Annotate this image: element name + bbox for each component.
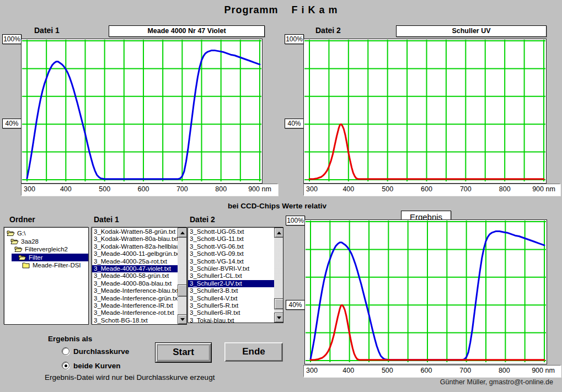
open-folder-icon [14, 246, 23, 253]
ordner-label: Ordner [9, 215, 35, 224]
list-item[interactable]: 3_Meade-4000-80a-blau.txt [92, 280, 178, 287]
ergebnis-radio-group: Durchlasskurvebeide Kurven [62, 344, 129, 373]
list-item[interactable]: 3_Schuller3-B.txt [188, 287, 274, 294]
list-item[interactable]: 3_Meade-Interference-rot.txt [92, 309, 178, 316]
x-tick-label: 400 [60, 185, 72, 193]
arrow-down-icon [180, 318, 185, 321]
datei1-y-label-40: 40% [2, 119, 22, 128]
list-item[interactable]: 3_Kodak-Wratten-80a-blau.txt [92, 235, 178, 243]
radio-option-durchlasskurve[interactable]: Durchlasskurve [62, 344, 129, 358]
x-tick-label: 800 [215, 185, 227, 193]
radio-selected-icon[interactable] [62, 362, 69, 369]
tree-item-label: 3aa28 [21, 238, 41, 246]
list-item[interactable]: 3_Meade-4000-11-gelbgrün.txt [92, 250, 178, 257]
list-item[interactable]: 3_Schuller2-UV.txt [188, 280, 274, 287]
datei1-chart-canvas [22, 39, 262, 183]
ergebnis-chart-canvas [305, 220, 547, 364]
x-tick-label: 300 [24, 185, 35, 193]
datei2-y-label-40: 40% [285, 119, 304, 128]
ende-button[interactable]: Ende [224, 342, 283, 362]
page-title: Programm F i K a m [0, 4, 562, 16]
ergebnis-y-label-100: 100% [286, 216, 305, 225]
scroll-up-button[interactable] [178, 228, 187, 238]
datei1-x-axis: 300400500600700800900 nm [21, 184, 278, 196]
scrollbar-thumb[interactable] [274, 298, 283, 309]
datei1-listbox[interactable]: 3_Kodak-Wratten-58-grün.txt3_Kodak-Wratt… [92, 227, 187, 325]
scroll-down-button[interactable] [178, 314, 187, 324]
x-tick-label: 300 [306, 185, 318, 193]
datei2-chart [303, 39, 547, 184]
datei2-list-label: Datei 2 [190, 215, 215, 224]
tree-item-filter[interactable]: Filter [12, 254, 88, 262]
datei1-scrollbar[interactable] [178, 228, 186, 324]
x-tick-label: 900 nm [532, 185, 555, 193]
tree-item-meade-filter-dsi[interactable]: Meade-Filter-DSI [15, 261, 88, 270]
closed-folder-icon [22, 262, 30, 269]
x-tick-label: 800 [499, 367, 510, 374]
list-item[interactable]: 3_Meade-Interference-grün.txt [92, 295, 178, 302]
datei2-y-label-100: 100% [285, 34, 304, 44]
datei1-panel-label: Datei 1 [34, 26, 60, 35]
list-item[interactable]: 3_Schott-UG-11.txt [188, 235, 274, 243]
scroll-down-button[interactable] [274, 313, 283, 323]
ergebnis-x-axis: 300400500600700800900 nm [303, 365, 561, 377]
list-item[interactable]: 3_Meade-4000-58-grün.txt [92, 272, 178, 280]
list-item[interactable]: 3_Tokai-blau.txt [188, 317, 274, 323]
list-item[interactable]: 3_Meade-4000-47-violet.txt [92, 265, 178, 272]
radio-unselected-icon[interactable] [62, 347, 69, 355]
x-tick-label: 500 [99, 185, 110, 193]
list-item[interactable]: 3_Kodak-Wratten-58-grün.txt [92, 228, 178, 235]
list-item[interactable]: 3_Schuller6-IR.txt [188, 309, 274, 316]
scrollbar-thumb[interactable] [178, 284, 187, 297]
x-tick-label: 700 [460, 185, 472, 193]
list-item[interactable]: 3_Schott-VG-14.txt [188, 258, 274, 265]
list-item[interactable]: 3_Schuller5-R.txt [188, 302, 274, 309]
datei1-list-label: Datei 1 [94, 215, 119, 224]
list-item[interactable]: 3_Schott-BG-18.txt [92, 317, 178, 324]
tree-item-label: Meade-Filter-DSI [33, 261, 83, 270]
x-tick-label: 600 [138, 185, 149, 193]
x-tick-label: 700 [459, 367, 471, 374]
list-item[interactable]: 3_Meade-Interference-blau.txt [92, 287, 178, 294]
datei2-scrollbar[interactable] [274, 228, 283, 323]
list-item[interactable]: 3_Schott-VG-06.txt [188, 243, 274, 250]
ordner-tree[interactable]: G:\3aa28Filtervergleich2FilterMeade-Filt… [4, 227, 89, 325]
x-tick-label: 900 nm [248, 185, 271, 193]
list-item[interactable]: 3_Schüler-BVRI-V.txt [188, 265, 274, 272]
list-item[interactable]: 3_Meade-Interference-IR.txt [92, 302, 178, 309]
arrow-up-icon [277, 232, 281, 234]
radio-dot [65, 364, 67, 367]
ergebnis-als-label: Ergebnis als [48, 335, 92, 343]
x-tick-label: 600 [421, 367, 432, 374]
list-item[interactable]: 3_Meade-4000-25a-rot.txt [92, 258, 178, 265]
arrow-down-icon [277, 316, 281, 319]
datei2-chart-canvas [304, 39, 546, 183]
credit-text: Günther Müller, gmastro@t-online.de [440, 378, 553, 386]
x-tick-label: 500 [382, 367, 393, 374]
datei1-file-title: Meade 4000 Nr 47 Violet [109, 25, 265, 37]
x-tick-label: 300 [306, 367, 318, 374]
open-folder-icon [10, 238, 19, 245]
list-item[interactable]: 3_Schuller1-CL.txt [188, 272, 274, 280]
x-tick-label: 700 [176, 185, 188, 193]
radio-option-beide-kurven[interactable]: beide Kurven [62, 358, 129, 373]
radio-label: Durchlasskurve [73, 347, 129, 356]
x-tick-label: 800 [499, 185, 511, 193]
x-tick-label: 400 [342, 367, 354, 374]
datei2-listbox[interactable]: 3_Schott-UG-05.txt3_Schott-UG-11.txt3_Sc… [188, 227, 283, 323]
start-button[interactable]: Start [155, 342, 212, 363]
tree-item-3aa28[interactable]: 3aa28 [4, 238, 88, 246]
list-item[interactable]: 3_Schott-VG-09.txt [188, 250, 274, 257]
list-item[interactable]: 3_Schott-UG-05.txt [188, 228, 274, 235]
datei1-chart [21, 39, 263, 184]
tree-item-g-[interactable]: G:\ [4, 229, 88, 238]
datei2-panel-label: Datei 2 [315, 26, 341, 35]
tree-item-label: Filter [29, 254, 45, 262]
datei2-file-title: Schuller UV [396, 25, 547, 37]
tree-item-filtervergleich2[interactable]: Filtervergleich2 [8, 245, 88, 254]
x-tick-label: 600 [421, 185, 432, 193]
list-item[interactable]: 3_Schuller4-V.txt [188, 295, 274, 302]
list-item[interactable]: 3_Kodak-Wratten-82a-hellblau.txt [92, 243, 178, 250]
scroll-up-button[interactable] [274, 228, 283, 238]
open-folder-icon [7, 230, 15, 237]
